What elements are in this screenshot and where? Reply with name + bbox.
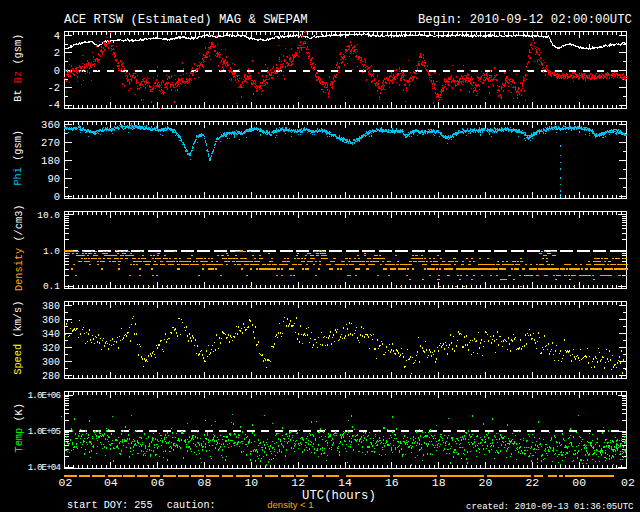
svg-text:320: 320 (42, 343, 60, 354)
svg-text:1.0E+06: 1.0E+06 (28, 390, 61, 401)
svg-text:270: 270 (41, 137, 60, 149)
svg-text:10: 10 (244, 476, 258, 489)
svg-text:12: 12 (291, 476, 305, 489)
svg-text:Begin: 2010-09-12 02:00:00UTC: Begin: 2010-09-12 02:00:00UTC (418, 13, 632, 27)
svg-text:90: 90 (47, 173, 60, 185)
svg-text:360: 360 (41, 119, 60, 131)
svg-text:1.0: 1.0 (43, 246, 60, 257)
svg-text:340: 340 (42, 329, 60, 340)
svg-text:2: 2 (54, 47, 60, 59)
svg-text:-4: -4 (47, 99, 60, 111)
svg-text:1.0E+05: 1.0E+05 (28, 426, 61, 437)
svg-text:280: 280 (42, 371, 60, 382)
svg-text:16: 16 (385, 476, 399, 489)
svg-text:180: 180 (41, 155, 60, 167)
svg-text:0: 0 (54, 191, 60, 203)
svg-text:360: 360 (42, 315, 60, 326)
svg-text:start DOY: 255: start DOY: 255 (67, 500, 153, 511)
svg-text:14: 14 (338, 476, 352, 489)
svg-text:1.0E+04: 1.0E+04 (28, 462, 62, 473)
svg-text:10.0: 10.0 (37, 210, 60, 221)
svg-text:18: 18 (432, 476, 446, 489)
svg-text:04: 04 (104, 476, 118, 489)
svg-text:caution:: caution: (167, 500, 216, 511)
svg-text:06: 06 (151, 476, 165, 489)
svg-text:300: 300 (42, 357, 60, 368)
svg-text:22: 22 (525, 476, 539, 489)
svg-text:Phi (gsm): Phi (gsm) (13, 130, 25, 186)
svg-text:20: 20 (479, 476, 493, 489)
svg-text:02: 02 (58, 476, 72, 489)
svg-text:ACE RTSW (Estimated) MAG & SWE: ACE RTSW (Estimated) MAG & SWEPAM (64, 13, 308, 27)
svg-text:-2: -2 (47, 82, 60, 94)
svg-text:4: 4 (54, 30, 60, 42)
svg-text:density < 1: density < 1 (267, 499, 313, 510)
svg-text:380: 380 (42, 301, 60, 312)
svg-text:00: 00 (572, 476, 586, 489)
svg-text:Speed (km/s): Speed (km/s) (13, 301, 25, 375)
svg-text:0: 0 (54, 65, 60, 77)
svg-text:02: 02 (621, 476, 635, 489)
svg-text:08: 08 (198, 476, 212, 489)
svg-text:Temp (K): Temp (K) (13, 403, 25, 452)
svg-text:created: 2010-09-13 01:36:05UT: created: 2010-09-13 01:36:05UTC (466, 502, 634, 512)
svg-text:Density (/cm3): Density (/cm3) (13, 204, 25, 291)
svg-text:0.1: 0.1 (43, 281, 60, 292)
svg-text:Bt Bz (gsm): Bt Bz (gsm) (13, 34, 25, 102)
